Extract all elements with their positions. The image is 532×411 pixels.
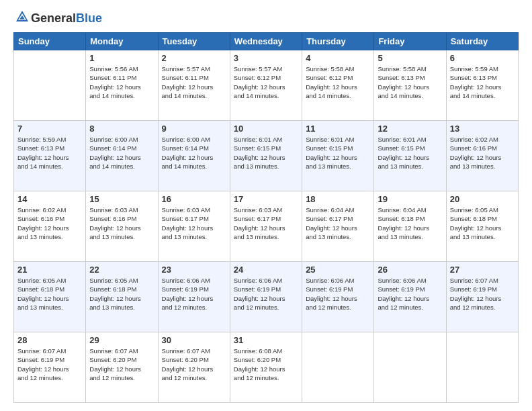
calendar-cell: 8Sunrise: 6:00 AMSunset: 6:14 PMDaylight… [86, 121, 158, 191]
day-info: Sunrise: 6:01 AMSunset: 6:15 PMDaylight:… [306, 135, 370, 171]
day-info: Sunrise: 6:06 AMSunset: 6:19 PMDaylight:… [234, 276, 298, 312]
day-info: Sunrise: 6:07 AMSunset: 6:20 PMDaylight:… [89, 347, 154, 382]
calendar-cell: 14Sunrise: 6:02 AMSunset: 6:16 PMDayligh… [14, 191, 86, 262]
day-number: 21 [17, 265, 82, 275]
header: General Blue [13, 11, 519, 26]
calendar-cell: 9Sunrise: 6:00 AMSunset: 6:14 PMDaylight… [158, 121, 230, 191]
day-number: 14 [17, 194, 82, 204]
day-info: Sunrise: 6:04 AMSunset: 6:18 PMDaylight:… [378, 205, 442, 241]
calendar-cell: 6Sunrise: 5:59 AMSunset: 6:13 PMDaylight… [446, 50, 518, 121]
day-info: Sunrise: 6:06 AMSunset: 6:19 PMDaylight:… [306, 276, 370, 312]
day-info: Sunrise: 6:07 AMSunset: 6:19 PMDaylight:… [17, 347, 82, 382]
page: General Blue SundayMondayTuesdayWednesda… [0, 0, 532, 411]
day-number: 12 [378, 124, 442, 134]
day-number: 18 [306, 194, 370, 204]
day-number: 4 [306, 53, 370, 63]
calendar-cell: 28Sunrise: 6:07 AMSunset: 6:19 PMDayligh… [14, 332, 86, 403]
day-info: Sunrise: 6:04 AMSunset: 6:17 PMDaylight:… [306, 205, 370, 241]
calendar-cell: 10Sunrise: 6:01 AMSunset: 6:15 PMDayligh… [230, 121, 302, 191]
day-number: 30 [162, 335, 226, 345]
day-number: 3 [234, 53, 298, 63]
col-header-sunday: Sunday [14, 33, 86, 50]
logo: General Blue [13, 11, 102, 26]
calendar-cell: 11Sunrise: 6:01 AMSunset: 6:15 PMDayligh… [302, 121, 374, 191]
calendar-cell: 20Sunrise: 6:05 AMSunset: 6:18 PMDayligh… [446, 191, 518, 262]
day-number: 25 [306, 265, 370, 275]
day-info: Sunrise: 6:06 AMSunset: 6:19 PMDaylight:… [162, 276, 226, 312]
logo-icon [15, 9, 30, 24]
day-number: 29 [89, 335, 154, 345]
calendar-cell: 15Sunrise: 6:03 AMSunset: 6:16 PMDayligh… [86, 191, 158, 262]
calendar-cell [14, 50, 86, 121]
calendar-cell: 26Sunrise: 6:06 AMSunset: 6:19 PMDayligh… [374, 262, 446, 332]
calendar-cell [446, 332, 518, 403]
day-number: 9 [162, 124, 226, 134]
day-info: Sunrise: 6:07 AMSunset: 6:19 PMDaylight:… [450, 276, 515, 312]
day-number: 16 [162, 194, 226, 204]
calendar-cell: 16Sunrise: 6:03 AMSunset: 6:17 PMDayligh… [158, 191, 230, 262]
day-info: Sunrise: 6:05 AMSunset: 6:18 PMDaylight:… [89, 276, 154, 312]
day-number: 11 [306, 124, 370, 134]
day-number: 31 [234, 335, 298, 345]
day-number: 8 [89, 124, 154, 134]
calendar-cell: 18Sunrise: 6:04 AMSunset: 6:17 PMDayligh… [302, 191, 374, 262]
col-header-thursday: Thursday [302, 33, 374, 50]
calendar-cell: 30Sunrise: 6:07 AMSunset: 6:20 PMDayligh… [158, 332, 230, 403]
col-header-friday: Friday [374, 33, 446, 50]
day-info: Sunrise: 6:03 AMSunset: 6:17 PMDaylight:… [162, 205, 226, 241]
day-info: Sunrise: 5:59 AMSunset: 6:13 PMDaylight:… [450, 64, 515, 100]
day-number: 13 [450, 124, 515, 134]
day-info: Sunrise: 5:56 AMSunset: 6:11 PMDaylight:… [89, 64, 154, 100]
calendar-cell: 23Sunrise: 6:06 AMSunset: 6:19 PMDayligh… [158, 262, 230, 332]
day-info: Sunrise: 6:05 AMSunset: 6:18 PMDaylight:… [450, 205, 515, 241]
day-number: 15 [89, 194, 154, 204]
calendar-table: SundayMondayTuesdayWednesdayThursdayFrid… [13, 32, 519, 403]
day-info: Sunrise: 5:58 AMSunset: 6:13 PMDaylight:… [378, 64, 442, 100]
day-number: 24 [234, 265, 298, 275]
calendar-cell: 1Sunrise: 5:56 AMSunset: 6:11 PMDaylight… [86, 50, 158, 121]
day-number: 28 [17, 335, 82, 345]
day-info: Sunrise: 5:57 AMSunset: 6:11 PMDaylight:… [162, 64, 226, 100]
calendar-cell: 29Sunrise: 6:07 AMSunset: 6:20 PMDayligh… [86, 332, 158, 403]
day-info: Sunrise: 6:00 AMSunset: 6:14 PMDaylight:… [162, 135, 226, 171]
calendar-cell: 13Sunrise: 6:02 AMSunset: 6:16 PMDayligh… [446, 121, 518, 191]
calendar-cell: 7Sunrise: 5:59 AMSunset: 6:13 PMDaylight… [14, 121, 86, 191]
day-info: Sunrise: 5:59 AMSunset: 6:13 PMDaylight:… [17, 135, 82, 171]
calendar-cell: 24Sunrise: 6:06 AMSunset: 6:19 PMDayligh… [230, 262, 302, 332]
day-number: 1 [89, 53, 154, 63]
day-number: 17 [234, 194, 298, 204]
day-info: Sunrise: 6:00 AMSunset: 6:14 PMDaylight:… [89, 135, 154, 171]
logo-general: General [31, 11, 76, 26]
day-number: 5 [378, 53, 442, 63]
logo-blue: Blue [76, 11, 102, 26]
day-info: Sunrise: 6:05 AMSunset: 6:18 PMDaylight:… [17, 276, 82, 312]
day-info: Sunrise: 6:08 AMSunset: 6:20 PMDaylight:… [234, 347, 298, 382]
calendar-cell: 22Sunrise: 6:05 AMSunset: 6:18 PMDayligh… [86, 262, 158, 332]
calendar-cell: 27Sunrise: 6:07 AMSunset: 6:19 PMDayligh… [446, 262, 518, 332]
day-number: 20 [450, 194, 515, 204]
calendar-cell: 12Sunrise: 6:01 AMSunset: 6:15 PMDayligh… [374, 121, 446, 191]
col-header-monday: Monday [86, 33, 158, 50]
day-number: 27 [450, 265, 515, 275]
day-info: Sunrise: 6:07 AMSunset: 6:20 PMDaylight:… [162, 347, 226, 382]
calendar-cell: 31Sunrise: 6:08 AMSunset: 6:20 PMDayligh… [230, 332, 302, 403]
calendar-cell: 2Sunrise: 5:57 AMSunset: 6:11 PMDaylight… [158, 50, 230, 121]
calendar-cell: 21Sunrise: 6:05 AMSunset: 6:18 PMDayligh… [14, 262, 86, 332]
calendar-cell [374, 332, 446, 403]
day-number: 23 [162, 265, 226, 275]
calendar-cell: 17Sunrise: 6:03 AMSunset: 6:17 PMDayligh… [230, 191, 302, 262]
day-info: Sunrise: 6:03 AMSunset: 6:17 PMDaylight:… [234, 205, 298, 241]
day-number: 22 [89, 265, 154, 275]
day-info: Sunrise: 6:06 AMSunset: 6:19 PMDaylight:… [378, 276, 442, 312]
calendar-cell: 3Sunrise: 5:57 AMSunset: 6:12 PMDaylight… [230, 50, 302, 121]
calendar-cell: 5Sunrise: 5:58 AMSunset: 6:13 PMDaylight… [374, 50, 446, 121]
day-info: Sunrise: 5:57 AMSunset: 6:12 PMDaylight:… [234, 64, 298, 100]
day-number: 2 [162, 53, 226, 63]
day-number: 6 [450, 53, 515, 63]
day-info: Sunrise: 6:01 AMSunset: 6:15 PMDaylight:… [378, 135, 442, 171]
day-number: 7 [17, 124, 82, 134]
col-header-wednesday: Wednesday [230, 33, 302, 50]
day-info: Sunrise: 6:02 AMSunset: 6:16 PMDaylight:… [17, 205, 82, 241]
day-info: Sunrise: 6:03 AMSunset: 6:16 PMDaylight:… [89, 205, 154, 241]
calendar-cell: 25Sunrise: 6:06 AMSunset: 6:19 PMDayligh… [302, 262, 374, 332]
